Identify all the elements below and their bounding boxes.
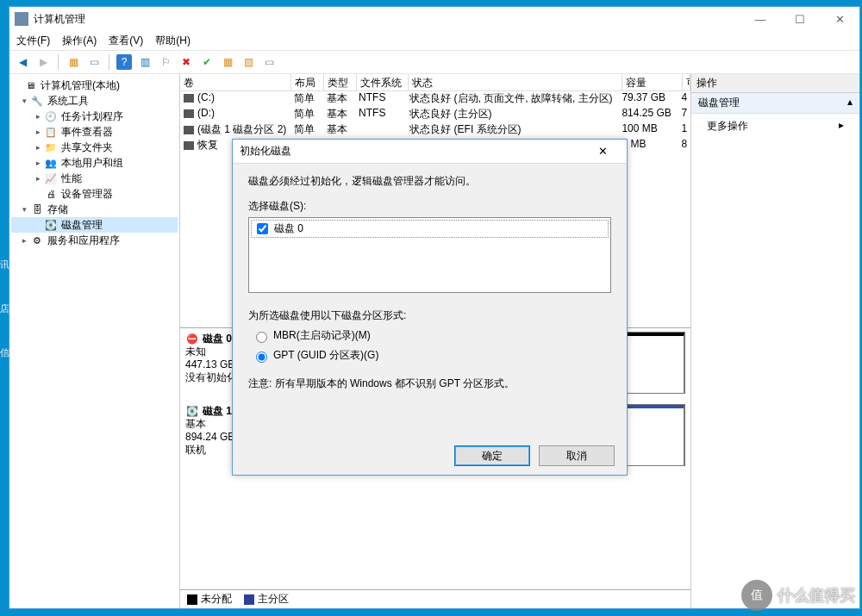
maximize-button[interactable]: ☐ bbox=[780, 7, 820, 31]
more-actions[interactable]: 更多操作▸ bbox=[691, 114, 859, 139]
toolbar-icon[interactable]: ▭ bbox=[261, 54, 277, 70]
delete-icon[interactable]: ✖ bbox=[178, 54, 194, 70]
offline-disk-icon: ⛔ bbox=[185, 332, 199, 345]
actions-pane: 操作 磁盘管理▴ 更多操作▸ bbox=[691, 74, 859, 608]
users-icon: 👥 bbox=[44, 156, 58, 170]
select-disk-label: 选择磁盘(S): bbox=[248, 199, 611, 214]
clock-icon: 🕘 bbox=[44, 109, 58, 123]
volume-header[interactable]: 卷 布局 类型 文件系统 状态 容量 可 bbox=[180, 74, 690, 91]
disk-list[interactable]: 磁盘 0 bbox=[248, 217, 611, 293]
mbr-radio[interactable]: MBR(主启动记录)(M) bbox=[252, 328, 611, 343]
actions-header: 操作 bbox=[691, 74, 859, 93]
services-icon: ⚙ bbox=[30, 233, 44, 247]
forward-icon[interactable]: ▶ bbox=[35, 54, 51, 70]
legend: 未分配 主分区 bbox=[180, 589, 690, 608]
actions-section[interactable]: 磁盘管理▴ bbox=[691, 93, 859, 114]
dialog-close-button[interactable]: ✕ bbox=[585, 145, 620, 158]
ok-button[interactable]: 确定 bbox=[454, 445, 530, 466]
dialog-message: 磁盘必须经过初始化，逻辑磁盘管理器才能访问。 bbox=[248, 174, 611, 189]
partition-style-label: 为所选磁盘使用以下磁盘分区形式: bbox=[248, 308, 611, 323]
help-icon[interactable]: ? bbox=[116, 54, 132, 70]
toolbar-icon[interactable]: ▥ bbox=[137, 54, 153, 70]
disk-icon: 💽 bbox=[185, 404, 199, 418]
wrench-icon: 🔧 bbox=[30, 94, 44, 108]
menubar: 文件(F) 操作(A) 查看(V) 帮助(H) bbox=[9, 31, 859, 50]
device-icon: 🖨 bbox=[44, 187, 58, 201]
titlebar: 计算机管理 — ☐ ✕ bbox=[9, 7, 859, 31]
gpt-radio[interactable]: GPT (GUID 分区表)(G) bbox=[252, 348, 611, 363]
toolbar-icon[interactable]: ▦ bbox=[66, 54, 81, 70]
menu-file[interactable]: 文件(F) bbox=[16, 34, 50, 48]
toolbar: ◀ ▶ ▦ ▭ ? ▥ ⚐ ✖ ✔ ▦ ▧ ▭ bbox=[9, 50, 859, 74]
folder-icon: 📁 bbox=[44, 140, 58, 154]
watermark-text: 什么值得买 bbox=[778, 585, 855, 606]
computer-icon: 🖥 bbox=[23, 78, 37, 92]
volume-row: (磁盘 1 磁盘分区 2)简单基本状态良好 (EFI 系统分区)100 MB1 bbox=[180, 122, 690, 138]
chevron-right-icon: ▸ bbox=[839, 119, 844, 134]
toolbar-icon[interactable]: ▭ bbox=[86, 54, 102, 70]
volume-row: (D:)简单基本NTFS状态良好 (主分区)814.25 GB7 bbox=[180, 107, 690, 122]
toolbar-icon[interactable]: ⚐ bbox=[158, 54, 173, 70]
disk-0-checkbox[interactable]: 磁盘 0 bbox=[251, 220, 609, 238]
menu-view[interactable]: 查看(V) bbox=[109, 34, 143, 48]
disk-icon: 💽 bbox=[44, 218, 58, 232]
initialize-disk-dialog: 初始化磁盘 ✕ 磁盘必须经过初始化，逻辑磁盘管理器才能访问。 选择磁盘(S): … bbox=[232, 139, 628, 476]
menu-help[interactable]: 帮助(H) bbox=[155, 34, 191, 48]
watermark: 值 什么值得买 bbox=[741, 580, 855, 611]
menu-action[interactable]: 操作(A) bbox=[62, 34, 97, 48]
dialog-title: 初始化磁盘 bbox=[240, 144, 291, 159]
toolbar-icon[interactable]: ▧ bbox=[240, 54, 256, 70]
back-icon[interactable]: ◀ bbox=[15, 54, 30, 70]
volume-row: (C:)简单基本NTFS状态良好 (启动, 页面文件, 故障转储, 主分区)79… bbox=[180, 91, 690, 107]
toolbar-icon[interactable]: ▦ bbox=[220, 54, 235, 70]
dialog-titlebar: 初始化磁盘 ✕ bbox=[233, 140, 627, 164]
storage-icon: 🗄 bbox=[30, 202, 44, 216]
app-icon bbox=[15, 12, 28, 26]
nav-tree[interactable]: 🖥计算机管理(本地) ▾🔧系统工具 ▸🕘任务计划程序 ▸📋事件查看器 ▸📁共享文… bbox=[9, 74, 180, 608]
event-icon: 📋 bbox=[44, 125, 58, 139]
perf-icon: 📈 bbox=[44, 171, 58, 185]
minimize-button[interactable]: — bbox=[740, 7, 780, 31]
dialog-note: 注意: 所有早期版本的 Windows 都不识别 GPT 分区形式。 bbox=[248, 376, 611, 391]
cancel-button[interactable]: 取消 bbox=[539, 445, 615, 466]
window-title: 计算机管理 bbox=[34, 12, 85, 27]
check-icon[interactable]: ✔ bbox=[199, 54, 215, 70]
close-button[interactable]: ✕ bbox=[820, 7, 859, 31]
collapse-icon: ▴ bbox=[847, 96, 853, 110]
watermark-icon: 值 bbox=[741, 580, 772, 611]
